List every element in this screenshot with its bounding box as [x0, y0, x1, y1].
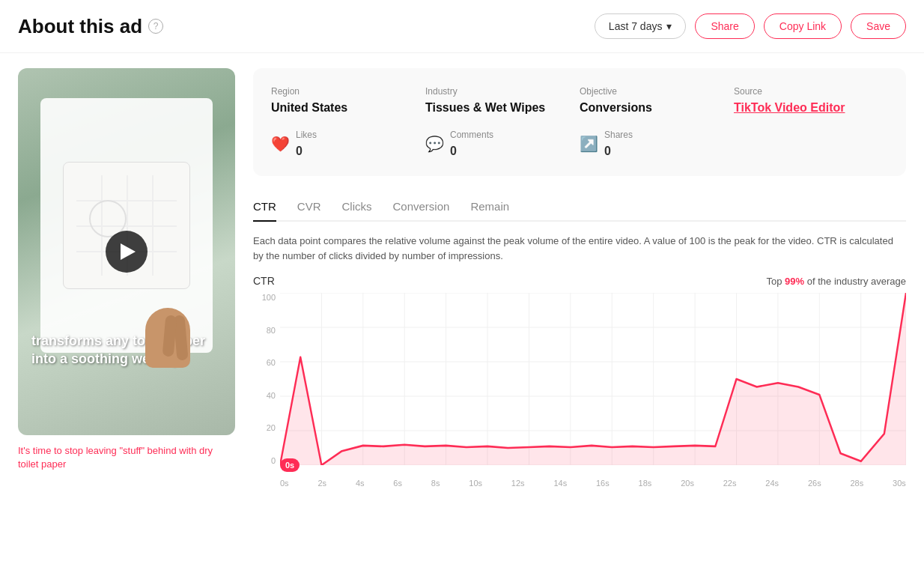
x-label-8: 8s: [431, 479, 440, 488]
current-time-badge: 0s: [280, 458, 300, 472]
chart-header: CTR Top 99% of the industry average: [253, 275, 906, 287]
info-card: Region United States Industry Tissues & …: [253, 68, 906, 176]
header-right: Last 7 days ▾ Share Copy Link Save: [595, 13, 906, 39]
comments-count: 0: [450, 145, 493, 158]
y-label-60: 60: [253, 358, 276, 367]
y-label-40: 40: [253, 391, 276, 400]
source-info: Source TikTok Video Editor: [734, 86, 888, 115]
x-label-4: 4s: [356, 479, 365, 488]
y-label-0: 0: [253, 456, 276, 465]
copy-link-button[interactable]: Copy Link: [764, 13, 842, 39]
objective-value: Conversions: [580, 101, 734, 115]
x-label-30: 30s: [893, 479, 906, 488]
tab-remain[interactable]: Remain: [470, 194, 509, 222]
objective-info: Objective Conversions: [580, 86, 734, 115]
x-label-24: 24s: [765, 479, 779, 488]
heart-icon: ❤️: [271, 135, 290, 153]
save-button[interactable]: Save: [851, 13, 906, 39]
chart-container: 0 20 40 60 80 100: [253, 293, 906, 488]
source-value[interactable]: TikTok Video Editor: [734, 101, 888, 115]
region-info: Region United States: [271, 86, 425, 115]
right-panel: Region United States Industry Tissues & …: [253, 68, 906, 488]
x-label-26: 26s: [808, 479, 821, 488]
main-content: transforms any toilet paper into a sooth…: [0, 53, 924, 503]
likes-label: Likes: [296, 130, 317, 140]
share-icon: ↗️: [580, 135, 598, 153]
shares-label: Shares: [604, 130, 633, 140]
x-label-0: 0s: [280, 479, 289, 488]
x-label-12: 12s: [511, 479, 525, 488]
region-value: United States: [271, 101, 425, 115]
x-label-14: 14s: [553, 479, 567, 488]
industry-value: Tissues & Wet Wipes: [425, 101, 580, 115]
tab-clicks[interactable]: Clicks: [342, 194, 372, 222]
tabs: CTR CVR Clicks Conversion Remain: [253, 194, 906, 222]
share-button[interactable]: Share: [695, 13, 754, 39]
y-label-100: 100: [253, 293, 276, 302]
date-picker[interactable]: Last 7 days ▾: [595, 13, 687, 39]
help-icon[interactable]: ?: [148, 19, 163, 34]
x-label-28: 28s: [850, 479, 863, 488]
x-label-20: 20s: [681, 479, 694, 488]
region-label: Region: [271, 86, 425, 97]
chart-svg: [280, 293, 906, 465]
y-label-80: 80: [253, 326, 276, 335]
chart-y-label: CTR: [253, 275, 275, 287]
tab-conversion[interactable]: Conversion: [393, 194, 450, 222]
top-percent: 99%: [785, 276, 804, 287]
video-thumbnail[interactable]: transforms any toilet paper into a sooth…: [18, 68, 235, 435]
x-axis: 0s 2s 4s 6s 8s 10s 12s 14s 16s 18s 20s 2…: [280, 479, 906, 488]
shares-stat: ↗️ Shares 0: [580, 130, 734, 158]
likes-count: 0: [296, 145, 317, 158]
industry-label: Industry: [425, 86, 580, 97]
x-label-10: 10s: [469, 479, 482, 488]
objective-label: Objective: [580, 86, 734, 97]
comments-stat: 💬 Comments 0: [425, 130, 580, 158]
y-label-20: 20: [253, 423, 276, 432]
comments-label: Comments: [450, 130, 493, 140]
play-button[interactable]: [106, 231, 148, 273]
x-label-2: 2s: [317, 479, 326, 488]
industry-info: Industry Tissues & Wet Wipes: [425, 86, 580, 115]
video-overlay-text: transforms any toilet paper into a sooth…: [31, 333, 222, 368]
date-picker-label: Last 7 days: [609, 20, 663, 32]
chart-description: Each data point compares the relative vo…: [253, 234, 906, 263]
tab-cvr[interactable]: CVR: [297, 194, 321, 222]
y-axis: 0 20 40 60 80 100: [253, 293, 276, 465]
x-label-16: 16s: [596, 479, 610, 488]
chart-top-label: Top 99% of the industry average: [767, 276, 906, 287]
play-icon: [121, 243, 136, 260]
header-left: About this ad ?: [18, 15, 163, 38]
x-label-6: 6s: [393, 479, 402, 488]
page-title: About this ad: [18, 15, 142, 38]
comment-icon: 💬: [425, 135, 444, 153]
likes-stat: ❤️ Likes 0: [271, 130, 425, 158]
x-label-22: 22s: [723, 479, 737, 488]
left-panel: transforms any toilet paper into a sooth…: [18, 68, 235, 488]
video-caption: It's time to stop leaving "stuff" behind…: [18, 444, 235, 471]
source-label: Source: [734, 86, 888, 97]
tab-ctr[interactable]: CTR: [253, 194, 276, 222]
chevron-down-icon: ▾: [666, 20, 672, 32]
shares-count: 0: [604, 145, 633, 158]
header: About this ad ? Last 7 days ▾ Share Copy…: [0, 0, 924, 53]
x-label-18: 18s: [639, 479, 652, 488]
